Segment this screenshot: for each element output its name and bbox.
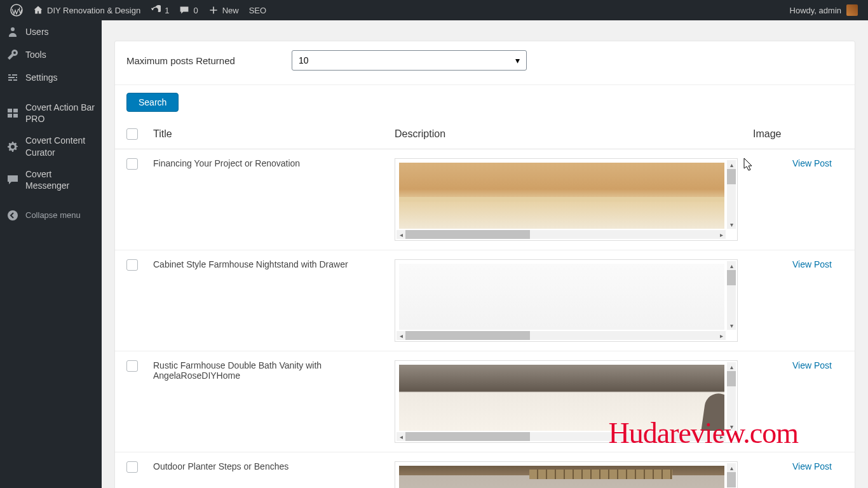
collapse-label: Collapse menu [25,210,81,221]
sidebar-item-label: Users [25,26,49,37]
grid-icon [6,107,19,119]
description-preview[interactable]: ▴▾◂▸ [395,158,738,241]
comment-count: 0 [193,6,198,15]
row-checkbox[interactable] [126,259,138,271]
table-row: Outdoor Planter Steps or Benches▴▾◂▸View… [115,452,855,489]
collapse-icon [6,209,19,222]
collapse-menu[interactable]: Collapse menu [0,204,102,227]
table-row: Rustic Farmhouse Double Bath Vanity with… [115,351,855,452]
new-label: New [222,6,239,15]
site-name: DIY Renovation & Design [47,6,140,15]
results-table: Title Description Image Financing Your P… [115,119,855,488]
comment-icon [179,5,189,15]
sidebar-item-label: Tools [25,49,46,60]
sidebar-item-covert-content-curator[interactable]: Covert Content Curator [0,130,102,163]
chevron-down-icon: ▾ [515,55,520,65]
admin-bar-left: DIY Renovation & Design 1 0 New SEO [5,0,271,20]
description-preview[interactable]: ▴▾◂▸ [395,259,738,342]
site-name-link[interactable]: DIY Renovation & Design [28,0,146,20]
row-checkbox[interactable] [126,158,138,170]
update-count: 1 [165,6,169,15]
v-scrollbar[interactable]: ▴▾ [727,463,736,488]
view-post-link[interactable]: View Post [792,259,832,269]
max-posts-value: 10 [299,55,309,65]
gear-icon [6,140,19,153]
view-post-link[interactable]: View Post [792,461,832,471]
sidebar-item-tools[interactable]: Tools [0,43,102,66]
chat-icon [6,173,19,186]
main-content: Maximum posts Returned 10 ▾ Search Title… [102,41,868,488]
row-title: Cabinet Style Farmhouse Nightstand with … [146,250,387,351]
max-posts-row: Maximum posts Returned 10 ▾ [115,41,855,85]
wordpress-icon [10,4,23,17]
col-image[interactable]: Image [745,119,855,149]
v-scrollbar[interactable]: ▴▾ [727,261,736,330]
sidebar-item-users[interactable]: Users [0,20,102,43]
sidebar-item-label: Settings [25,72,58,83]
col-title[interactable]: Title [146,119,387,149]
comments-link[interactable]: 0 [174,0,203,20]
h-scrollbar[interactable]: ◂▸ [397,331,726,340]
search-panel: Maximum posts Returned 10 ▾ Search Title… [114,41,855,488]
sliders-icon [6,71,19,84]
h-scrollbar[interactable]: ◂▸ [397,432,726,441]
row-description: ▴▾◂▸ [387,452,745,489]
row-description: ▴▾◂▸ [387,351,745,452]
seo-link[interactable]: SEO [244,0,271,20]
view-post-link[interactable]: View Post [792,158,832,168]
avatar [846,4,858,16]
admin-bar-right[interactable]: Howdy, admin [790,4,863,16]
sidebar-item-covert-messenger[interactable]: Covert Messenger [0,163,102,196]
row-title: Financing Your Project or Renovation [146,149,387,250]
users-icon [6,25,19,38]
refresh-icon [151,5,161,15]
select-all-checkbox[interactable] [126,128,138,140]
search-button[interactable]: Search [126,93,179,112]
admin-bar: DIY Renovation & Design 1 0 New SEO Howd… [0,0,868,20]
sidebar-item-settings[interactable]: Settings [0,66,102,89]
home-icon [33,5,43,15]
row-title: Outdoor Planter Steps or Benches [146,452,387,489]
sidebar-item-label: Covert Messenger [25,168,95,191]
view-post-link[interactable]: View Post [792,360,832,370]
max-posts-select[interactable]: 10 ▾ [292,50,527,71]
svg-point-1 [8,210,18,220]
v-scrollbar[interactable]: ▴▾ [727,160,736,229]
row-checkbox[interactable] [126,360,138,372]
row-title: Rustic Farmhouse Double Bath Vanity with… [146,351,387,452]
table-row: Cabinet Style Farmhouse Nightstand with … [115,250,855,351]
updates-link[interactable]: 1 [146,0,174,20]
sidebar-item-covert-action-bar-pro[interactable]: Covert Action Bar PRO [0,97,102,130]
h-scrollbar[interactable]: ◂▸ [397,230,726,239]
table-row: Financing Your Project or Renovation▴▾◂▸… [115,149,855,250]
seo-label: SEO [249,6,266,15]
v-scrollbar[interactable]: ▴▾ [727,362,736,431]
wp-logo[interactable] [5,0,28,20]
row-checkbox[interactable] [126,461,138,473]
new-link[interactable]: New [203,0,244,20]
max-posts-label: Maximum posts Returned [126,55,254,66]
sidebar-item-label: Covert Content Curator [25,135,95,158]
description-preview[interactable]: ▴▾◂▸ [395,360,738,443]
col-description[interactable]: Description [387,119,745,149]
howdy-text: Howdy, admin [790,6,841,15]
description-preview[interactable]: ▴▾◂▸ [395,461,738,488]
row-description: ▴▾◂▸ [387,149,745,250]
sidebar-item-label: Covert Action Bar PRO [25,102,95,125]
admin-sidebar: UsersToolsSettings Covert Action Bar PRO… [0,20,102,488]
plus-icon [208,5,219,15]
wrench-icon [6,48,19,61]
row-description: ▴▾◂▸ [387,250,745,351]
